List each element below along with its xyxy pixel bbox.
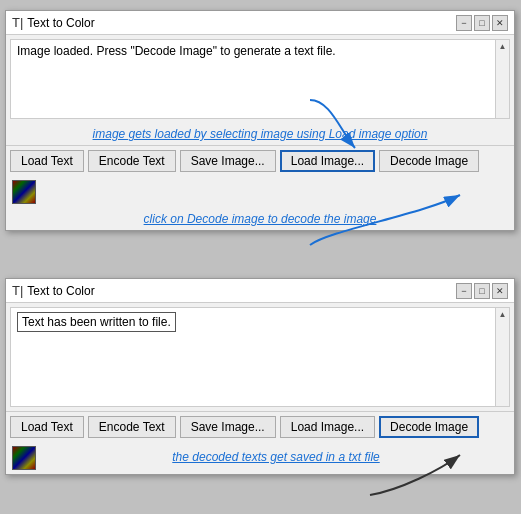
title-bar-2: T| Text to Color − □ ✕ <box>6 279 514 303</box>
annotation-area-1: image gets loaded by selecting image usi… <box>6 123 514 145</box>
annotation-text-2: click on Decode image to decode the imag… <box>14 210 506 228</box>
window-2: T| Text to Color − □ ✕ Text has been wri… <box>5 278 515 475</box>
title-bar-left-2: T| Text to Color <box>12 283 95 298</box>
button-bar-1: Load Text Encode Text Save Image... Load… <box>6 145 514 176</box>
encode-text-button-2[interactable]: Encode Text <box>88 416 176 438</box>
decode-image-button-2[interactable]: Decode Image <box>379 416 479 438</box>
button-bar-2: Load Text Encode Text Save Image... Load… <box>6 411 514 442</box>
decode-image-button-1[interactable]: Decode Image <box>379 150 479 172</box>
minimize-button-1[interactable]: − <box>456 15 472 31</box>
status-area-1: Image loaded. Press "Decode Image" to ge… <box>10 39 510 119</box>
status-area-2: Text has been written to file. ▲ <box>10 307 510 407</box>
minimize-button-2[interactable]: − <box>456 283 472 299</box>
annotation-text-1: image gets loaded by selecting image usi… <box>14 125 506 143</box>
load-image-button-1[interactable]: Load Image... <box>280 150 375 172</box>
save-image-button-1[interactable]: Save Image... <box>180 150 276 172</box>
load-text-button-2[interactable]: Load Text <box>10 416 84 438</box>
image-thumbnail-2 <box>12 446 36 470</box>
title-controls-1: − □ ✕ <box>456 15 508 31</box>
save-image-button-2[interactable]: Save Image... <box>180 416 276 438</box>
scroll-up-icon-2[interactable]: ▲ <box>497 308 509 321</box>
app-icon-2: T| <box>12 283 23 298</box>
close-button-1[interactable]: ✕ <box>492 15 508 31</box>
window-title-2: Text to Color <box>27 284 94 298</box>
scroll-up-icon-1[interactable]: ▲ <box>497 40 509 53</box>
load-text-button-1[interactable]: Load Text <box>10 150 84 172</box>
status-text-2: Text has been written to file. <box>17 312 176 332</box>
restore-button-2[interactable]: □ <box>474 283 490 299</box>
restore-button-1[interactable]: □ <box>474 15 490 31</box>
annotation-area-3: the decoded texts get saved in a txt fil… <box>44 446 508 468</box>
image-thumbnail-1 <box>12 180 36 204</box>
scrollbar-2[interactable]: ▲ <box>495 308 509 406</box>
close-button-2[interactable]: ✕ <box>492 283 508 299</box>
title-controls-2: − □ ✕ <box>456 283 508 299</box>
window-1: T| Text to Color − □ ✕ Image loaded. Pre… <box>5 10 515 231</box>
status-text-1: Image loaded. Press "Decode Image" to ge… <box>17 44 350 58</box>
app-icon-1: T| <box>12 15 23 30</box>
title-bar-left-1: T| Text to Color <box>12 15 95 30</box>
window-title-1: Text to Color <box>27 16 94 30</box>
thumbnail-area-1 <box>6 176 514 208</box>
load-image-button-2[interactable]: Load Image... <box>280 416 375 438</box>
scrollbar-1[interactable]: ▲ <box>495 40 509 118</box>
encode-text-button-1[interactable]: Encode Text <box>88 150 176 172</box>
annotation-area-2: click on Decode image to decode the imag… <box>6 208 514 230</box>
annotation-text-3: the decoded texts get saved in a txt fil… <box>52 448 500 466</box>
title-bar-1: T| Text to Color − □ ✕ <box>6 11 514 35</box>
